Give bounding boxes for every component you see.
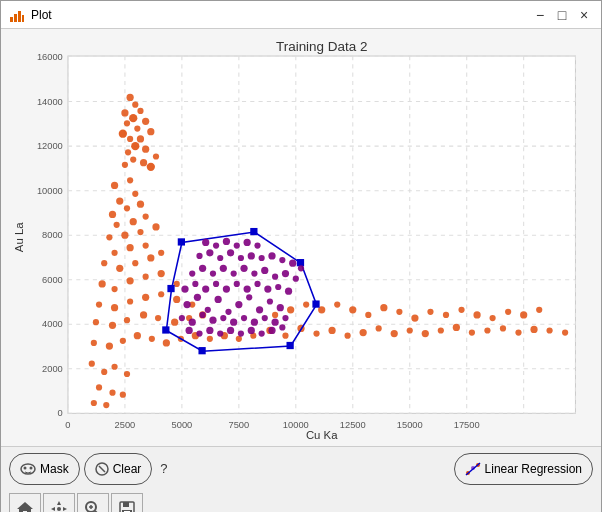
button-row: Mask Clear ?	[1, 447, 601, 491]
svg-point-122	[360, 329, 367, 336]
svg-point-213	[189, 270, 195, 276]
svg-text:2000: 2000	[42, 364, 63, 374]
save-button[interactable]	[111, 493, 143, 512]
svg-point-41	[126, 94, 133, 101]
svg-point-200	[268, 327, 275, 334]
pan-icon	[50, 500, 68, 512]
svg-point-224	[196, 253, 202, 259]
svg-point-217	[231, 270, 237, 276]
home-button[interactable]	[9, 493, 41, 512]
svg-point-212	[285, 288, 292, 295]
svg-point-151	[505, 309, 511, 315]
chart-svg[interactable]: Training Data 2 Au La Cu Ka 0 2000 4000 …	[11, 39, 591, 446]
svg-point-204	[202, 285, 209, 292]
svg-point-85	[126, 277, 133, 284]
svg-point-92	[142, 294, 149, 301]
svg-point-201	[279, 324, 285, 330]
svg-point-147	[443, 312, 449, 318]
svg-point-78	[101, 260, 107, 266]
svg-point-226	[217, 255, 223, 261]
svg-point-72	[121, 232, 128, 239]
regression-button[interactable]: Linear Regression	[454, 453, 593, 485]
svg-point-69	[130, 218, 137, 225]
svg-point-182	[189, 319, 196, 326]
svg-point-225	[206, 249, 213, 256]
svg-point-235	[202, 239, 209, 246]
svg-point-94	[173, 296, 180, 303]
svg-text:16000: 16000	[37, 52, 63, 62]
svg-point-120	[328, 327, 335, 334]
svg-point-220	[261, 267, 268, 274]
svg-point-112	[207, 336, 213, 342]
svg-point-45	[129, 114, 137, 122]
svg-point-237	[223, 238, 230, 245]
svg-point-43	[121, 109, 128, 116]
svg-point-159	[109, 390, 115, 396]
svg-point-155	[101, 369, 107, 375]
svg-rect-166	[297, 259, 304, 266]
svg-point-177	[246, 294, 252, 300]
svg-point-202	[181, 285, 188, 292]
svg-text:5000: 5000	[172, 420, 193, 430]
svg-point-222	[282, 270, 289, 277]
svg-point-87	[158, 270, 165, 277]
plot-window: Plot − □ ×	[0, 0, 602, 512]
svg-point-183	[200, 312, 206, 318]
svg-point-191	[282, 315, 288, 321]
pan-button[interactable]	[43, 493, 75, 512]
toolbar-row	[1, 491, 601, 512]
svg-point-142	[365, 312, 371, 318]
svg-point-161	[91, 400, 97, 406]
svg-point-230	[259, 255, 265, 261]
svg-point-64	[132, 191, 138, 197]
svg-point-172	[194, 294, 201, 301]
svg-point-156	[111, 364, 117, 370]
svg-point-79	[116, 265, 123, 272]
svg-point-158	[96, 384, 102, 390]
svg-point-98	[124, 317, 130, 323]
y-axis-label: Au La	[13, 222, 25, 252]
minimize-button[interactable]: −	[531, 6, 549, 24]
svg-text:14000: 14000	[37, 97, 63, 107]
mask-button[interactable]: Mask	[9, 453, 80, 485]
mask-label: Mask	[40, 462, 69, 476]
svg-point-209	[254, 281, 260, 287]
bottom-bar: Mask Clear ?	[1, 446, 601, 512]
svg-point-243	[30, 466, 33, 469]
svg-point-189	[262, 315, 268, 321]
svg-point-207	[234, 281, 240, 287]
close-button[interactable]: ×	[575, 6, 593, 24]
svg-point-153	[536, 307, 542, 313]
svg-point-73	[137, 229, 143, 235]
svg-point-154	[89, 361, 95, 367]
svg-point-121	[345, 333, 351, 339]
svg-point-187	[241, 315, 247, 321]
svg-point-84	[111, 286, 117, 292]
svg-text:10000: 10000	[283, 420, 309, 430]
svg-point-206	[223, 285, 230, 292]
svg-line-245	[99, 466, 105, 472]
zoom-button[interactable]	[77, 493, 109, 512]
svg-rect-168	[287, 342, 294, 349]
svg-point-193	[196, 330, 202, 336]
svg-point-205	[213, 281, 219, 287]
svg-point-219	[251, 270, 257, 276]
svg-point-106	[120, 338, 126, 344]
svg-point-101	[171, 319, 178, 326]
svg-point-77	[143, 242, 149, 248]
svg-point-97	[109, 322, 116, 329]
svg-text:0: 0	[65, 420, 70, 430]
svg-point-54	[125, 149, 131, 155]
svg-point-134	[546, 327, 552, 333]
svg-point-214	[199, 265, 206, 272]
restore-button[interactable]: □	[553, 6, 571, 24]
svg-line-249	[466, 463, 480, 475]
clear-button[interactable]: Clear	[84, 453, 153, 485]
svg-point-160	[120, 392, 126, 398]
svg-point-129	[469, 329, 475, 335]
svg-point-234	[298, 265, 304, 271]
svg-point-52	[137, 135, 144, 142]
svg-point-90	[111, 304, 118, 311]
svg-point-56	[130, 156, 136, 162]
svg-point-128	[453, 324, 460, 331]
